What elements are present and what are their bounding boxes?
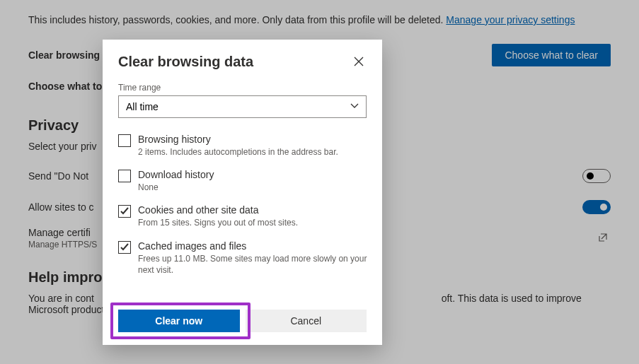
allow-sites-label: Allow sites to c — [28, 201, 94, 213]
option-desc: Frees up 11.0 MB. Some sites may load mo… — [138, 253, 369, 276]
dialog-title: Clear browsing data — [118, 54, 253, 70]
dialog-buttons: Clear now Cancel — [103, 301, 382, 332]
certificates-sub: Manage HTTPS/S — [28, 240, 97, 249]
time-range-value: All time — [126, 101, 159, 112]
options-list: Browsing history 2 items. Includes autoc… — [103, 125, 379, 301]
dnt-toggle[interactable] — [582, 169, 611, 183]
dnt-label: Send "Do Not — [28, 170, 88, 182]
clear-browsing-label: Clear browsing — [28, 49, 100, 61]
checkbox[interactable] — [118, 241, 131, 254]
close-icon — [354, 58, 364, 69]
option-desc: 2 items. Includes autocompletions in the… — [138, 146, 338, 158]
clear-now-button[interactable]: Clear now — [118, 310, 240, 332]
chevron-right-icon — [602, 80, 611, 93]
option-title: Cached images and files — [138, 240, 369, 252]
checkbox[interactable] — [118, 205, 131, 218]
option-desc: None — [138, 182, 214, 193]
time-range-select[interactable]: All time — [118, 95, 367, 118]
intro-static: This includes history, passwords, cookie… — [28, 14, 446, 25]
checkbox[interactable] — [118, 134, 131, 147]
option-download-history[interactable]: Download history None — [118, 165, 374, 200]
allow-sites-toggle[interactable] — [582, 200, 611, 214]
time-range-label: Time range — [103, 74, 382, 95]
external-link-icon — [595, 233, 611, 245]
option-title: Download history — [138, 169, 214, 180]
close-button[interactable] — [351, 54, 367, 71]
checkbox[interactable] — [118, 170, 131, 182]
option-title: Cookies and other site data — [138, 204, 298, 216]
option-desc: From 15 sites. Signs you out of most sit… — [138, 217, 298, 228]
option-cached[interactable]: Cached images and files Frees up 11.0 MB… — [118, 236, 374, 283]
chevron-down-icon — [350, 101, 359, 112]
choose-what-to-clear-button[interactable]: Choose what to clear — [492, 44, 611, 66]
dialog-header: Clear browsing data — [103, 54, 382, 74]
intro-text: This includes history, passwords, cookie… — [28, 14, 611, 25]
cancel-button[interactable]: Cancel — [246, 310, 367, 332]
choose-close-label: Choose what to — [28, 81, 102, 92]
certificates-label: Manage certifi — [28, 227, 97, 238]
option-cookies[interactable]: Cookies and other site data From 15 site… — [118, 200, 374, 235]
clear-browsing-dialog: Clear browsing data Time range All time … — [103, 40, 382, 345]
option-title: Browsing history — [138, 134, 338, 145]
option-browsing-history[interactable]: Browsing history 2 items. Includes autoc… — [118, 129, 374, 165]
manage-privacy-link[interactable]: Manage your privacy settings — [446, 14, 575, 25]
improve-prefix: You are in cont — [28, 293, 94, 304]
